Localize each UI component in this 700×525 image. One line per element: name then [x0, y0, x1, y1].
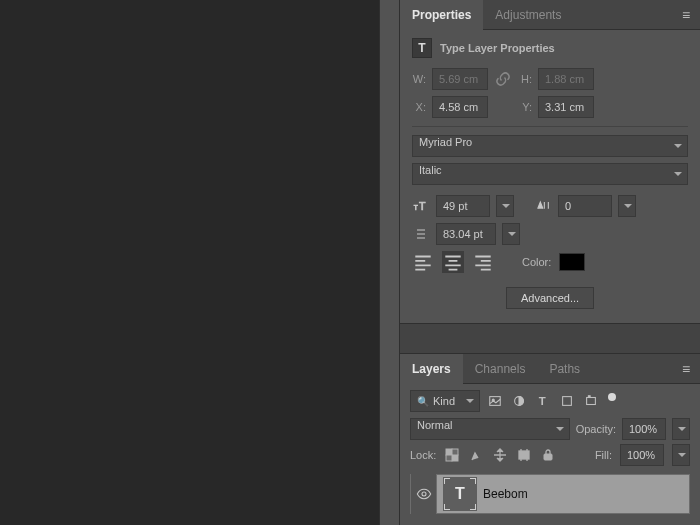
leading-input[interactable]	[436, 223, 496, 245]
svg-text:T: T	[539, 395, 546, 407]
layers-tabbar: Layers Channels Paths ≡	[400, 354, 700, 384]
filter-adjustment-icon[interactable]	[510, 393, 528, 409]
leading-icon	[412, 225, 430, 243]
opacity-label: Opacity:	[576, 423, 616, 435]
blend-mode-dropdown[interactable]: Normal	[410, 418, 570, 440]
fill-label: Fill:	[595, 449, 612, 461]
align-left-button[interactable]	[412, 251, 434, 273]
tracking-icon	[534, 197, 552, 215]
svg-rect-13	[519, 451, 529, 459]
color-label: Color:	[522, 256, 551, 268]
panel-gutter	[379, 0, 400, 525]
filter-type-icon[interactable]: T	[534, 393, 552, 409]
svg-rect-8	[588, 396, 590, 398]
fill-input[interactable]	[620, 444, 664, 466]
svg-point-15	[422, 492, 426, 496]
font-size-dropdown[interactable]	[496, 195, 514, 217]
tab-properties[interactable]: Properties	[400, 0, 483, 30]
layers-panel-menu-button[interactable]: ≡	[672, 361, 700, 377]
type-icon: T	[455, 485, 465, 503]
tab-paths[interactable]: Paths	[537, 354, 592, 384]
svg-text:T: T	[414, 204, 418, 211]
filter-smart-icon[interactable]	[582, 393, 600, 409]
font-family-dropdown[interactable]: Myriad Pro	[412, 135, 688, 157]
tab-adjustments[interactable]: Adjustments	[483, 0, 573, 30]
tracking-input[interactable]	[558, 195, 612, 217]
visibility-toggle[interactable]	[411, 474, 437, 514]
constrain-proportions-icon[interactable]	[494, 72, 512, 86]
properties-tabbar: Properties Adjustments ≡	[400, 0, 700, 30]
tracking-dropdown[interactable]	[618, 195, 636, 217]
properties-body: T Type Layer Properties W: H: X: Y:	[400, 30, 700, 324]
opacity-dropdown[interactable]	[672, 418, 690, 440]
panel-gap	[400, 324, 700, 354]
layer-row[interactable]: T Beebom	[410, 474, 690, 514]
text-color-swatch[interactable]	[559, 253, 585, 271]
height-input[interactable]	[538, 68, 594, 90]
font-style-dropdown[interactable]: Italic	[412, 163, 688, 185]
lock-label: Lock:	[410, 449, 436, 461]
svg-text:T: T	[419, 200, 426, 212]
right-panels: Properties Adjustments ≡ T Type Layer Pr…	[400, 0, 700, 525]
canvas-area	[0, 0, 379, 525]
width-input[interactable]	[432, 68, 488, 90]
svg-rect-12	[446, 455, 452, 461]
svg-rect-9	[446, 449, 452, 455]
svg-rect-11	[452, 449, 458, 455]
x-label: X:	[412, 101, 426, 113]
opacity-input[interactable]	[622, 418, 666, 440]
svg-rect-7	[587, 398, 596, 405]
width-label: W:	[412, 73, 426, 85]
fill-dropdown[interactable]	[672, 444, 690, 466]
y-input[interactable]	[538, 96, 594, 118]
layer-thumbnail: T	[443, 477, 477, 511]
properties-section-title: Type Layer Properties	[440, 42, 555, 54]
align-center-button[interactable]	[442, 251, 464, 273]
lock-all-icon[interactable]	[540, 447, 556, 463]
svg-rect-10	[452, 455, 458, 461]
type-layer-icon: T	[412, 38, 432, 58]
tab-layers[interactable]: Layers	[400, 354, 463, 384]
lock-transparency-icon[interactable]	[444, 447, 460, 463]
lock-position-icon[interactable]	[492, 447, 508, 463]
leading-dropdown[interactable]	[502, 223, 520, 245]
filter-toggle[interactable]	[608, 393, 616, 401]
lock-artboard-icon[interactable]	[516, 447, 532, 463]
font-size-icon: TT	[412, 197, 430, 215]
filter-pixel-icon[interactable]	[486, 393, 504, 409]
filter-shape-icon[interactable]	[558, 393, 576, 409]
divider	[412, 126, 688, 127]
layers-body: 🔍Kind T Normal Opacity: Lock:	[400, 384, 700, 525]
svg-rect-14	[544, 454, 552, 460]
x-input[interactable]	[432, 96, 488, 118]
lock-image-icon[interactable]	[468, 447, 484, 463]
panel-menu-button[interactable]: ≡	[672, 7, 700, 23]
layer-name[interactable]: Beebom	[483, 487, 528, 501]
height-label: H:	[518, 73, 532, 85]
font-size-input[interactable]	[436, 195, 490, 217]
tab-channels[interactable]: Channels	[463, 354, 538, 384]
search-icon: 🔍	[417, 396, 429, 407]
align-right-button[interactable]	[472, 251, 494, 273]
svg-rect-6	[563, 397, 572, 406]
y-label: Y:	[518, 101, 532, 113]
advanced-button[interactable]: Advanced...	[506, 287, 594, 309]
filter-kind-dropdown[interactable]: 🔍Kind	[410, 390, 480, 412]
